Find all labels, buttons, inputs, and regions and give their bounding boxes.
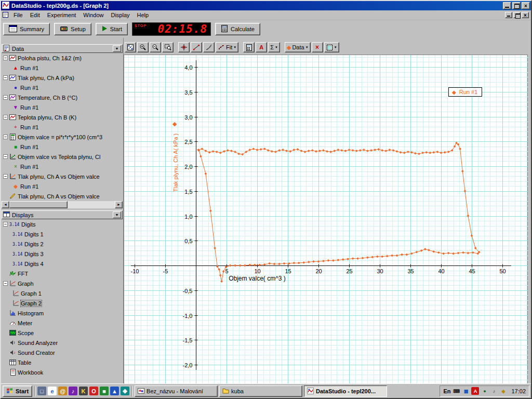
tray-volume-icon[interactable]: ♪ [490,387,498,395]
restore-button[interactable] [512,2,521,9]
display-type-item[interactable]: Table [1,357,123,367]
graph-plot-area[interactable]: -10-551015202530354045504,03,53,02,52,01… [124,55,528,383]
data-source-item[interactable]: −Tlak plynu, Ch A (kPa) [1,73,123,83]
data-source-item[interactable]: −Temperature, Ch B (°C) [1,92,123,102]
collapse-toggle[interactable]: − [3,174,8,179]
quick-launch-opera-icon[interactable]: O [89,387,98,395]
collapse-toggle[interactable]: − [3,135,8,139]
menu-edit[interactable]: Edit [26,11,44,19]
statistics-button[interactable]: Σ▼ [268,42,280,52]
tray-display-icon[interactable]: ▦ [462,387,470,395]
data-source-item[interactable]: −Tlak plynu, Ch A vs Objem valce [1,171,123,181]
quick-launch-media-player-icon[interactable]: ♪ [69,387,77,395]
menu-file[interactable]: File [10,11,26,19]
data-panel-dropdown[interactable]: ▼ [113,45,121,52]
graph-legend[interactable]: ◆ Run #1 [448,87,482,97]
slope-tool-button[interactable] [191,42,202,52]
display-instance-item[interactable]: 3.14Digits 2 [1,239,123,249]
taskbar-clock[interactable]: 17:02 [511,388,526,394]
collapse-toggle[interactable]: − [3,222,8,227]
text-tool-button[interactable]: A [256,42,267,52]
tray-updates-icon[interactable]: ◆ [499,387,507,395]
collapse-toggle[interactable]: − [3,75,8,80]
quick-launch-internet-explorer-icon[interactable]: e [48,387,57,395]
tray-antivirus-icon[interactable]: A [471,387,479,395]
menu-window[interactable]: Window [79,11,107,19]
quick-launch-desktop-icon[interactable]: □ [37,387,46,395]
mdi-minimize-button[interactable] [505,12,512,18]
display-instance-item[interactable]: Graph 2 [1,298,123,308]
display-instance-item[interactable]: 3.14Digits 4 [1,259,123,269]
collapse-toggle[interactable]: − [3,115,8,119]
chart[interactable]: -10-551015202530354045504,03,53,02,52,01… [124,55,528,383]
collapse-toggle[interactable]: − [3,95,8,100]
mdi-restore-button[interactable] [513,12,521,18]
tray-keyboard-icon[interactable]: ⌨ [453,387,460,395]
graph-settings-button[interactable]: ▼ [324,42,339,52]
display-instance-item[interactable]: Graph 1 [1,288,123,298]
data-panel-header[interactable]: Data ▼ [2,44,123,53]
display-instance-item[interactable]: 3.14Digits 1 [1,229,123,239]
start-menu-button[interactable]: Start [3,385,32,397]
smart-tool-button[interactable] [178,42,190,52]
zoom-select-button[interactable] [162,42,174,52]
menu-experiment[interactable]: Experiment [44,11,80,19]
close-button[interactable]: × [522,2,530,9]
display-type-item[interactable]: −Graph [1,278,123,288]
calculate-button[interactable]: Calculate [215,23,260,35]
menu-help[interactable]: Help [134,11,153,19]
hscroll-left-button[interactable]: ◄ [2,201,9,208]
display-type-item[interactable]: Workbook [1,367,123,377]
summary-button[interactable]: Summary [3,23,50,35]
collapse-toggle[interactable]: − [3,154,8,159]
quick-launch-mail-icon[interactable]: @ [58,387,67,395]
setup-button[interactable]: Setup [54,23,91,35]
quick-launch-app-green-icon[interactable]: ■ [100,387,109,395]
data-source-item[interactable]: −Objem valce = pi*r*r*y*100 (cm^3 [1,132,123,142]
display-type-item[interactable]: Histogram [1,308,123,318]
task-button[interactable]: kuba [219,385,302,397]
data-source-item[interactable]: Tlak plynu, Ch A vs Objem valce [1,191,123,201]
quick-launch-app-teal-icon[interactable]: ◆ [121,387,129,395]
keyboard-layout-indicator[interactable]: En [443,388,450,394]
graph-calculator-button[interactable] [243,42,255,52]
scale-to-fit-button[interactable] [125,42,136,52]
displays-panel-header[interactable]: Displays ▼ [2,210,123,219]
run-item[interactable]: +Run #1 [1,122,123,132]
remove-data-button[interactable]: × [312,42,323,52]
zoom-in-button[interactable] [137,42,149,52]
run-item[interactable]: ●Run #1 [1,83,123,92]
hscroll-track[interactable] [9,201,115,208]
data-menu-button[interactable]: ◆Data▼ [285,42,311,52]
zoom-out-button[interactable] [150,42,161,52]
quick-launch-app-blue-icon[interactable]: ▲ [110,387,119,395]
mdi-close-button[interactable]: × [522,12,529,18]
task-button[interactable]: DataStudio - tepl200... [304,385,387,397]
hscroll-thumb[interactable] [9,201,68,208]
run-item[interactable]: ▼Run #1 [1,102,123,112]
display-type-item[interactable]: Scope [1,328,123,338]
run-item[interactable]: ■Run #1 [1,142,123,152]
run-item[interactable]: ×Run #1 [1,162,123,171]
displays-panel-dropdown[interactable]: ▼ [113,211,121,218]
tangent-tool-button[interactable] [203,42,215,52]
display-type-item[interactable]: ♪Sound Creator [1,348,123,357]
minimize-button[interactable] [503,2,511,9]
display-instance-item[interactable]: 3.14Digits 3 [1,249,123,259]
y-axis-title[interactable]: Tlak plynu, Ch A( kPa ) [172,134,179,192]
display-type-item[interactable]: −3.14Digits [1,219,123,229]
task-button[interactable]: Bez_názvu - Malování [135,385,218,397]
fit-menu-button[interactable]: Fit▼ [216,42,238,52]
display-type-item[interactable]: Meter [1,318,123,328]
display-type-item[interactable]: FFT [1,269,123,278]
collapse-toggle[interactable]: − [3,281,8,286]
quick-launch-keys-icon[interactable]: K [79,387,88,395]
data-source-item[interactable]: −Teplota plynu, Ch B (K) [1,112,123,122]
run-item[interactable]: ◆Run #1 [1,181,123,191]
display-type-item[interactable]: Sound Analyzer [1,338,123,348]
start-button[interactable]: Start [96,23,128,35]
hscroll-right-button[interactable]: ► [115,201,123,208]
tray-scheduler-icon[interactable]: ● [481,387,488,395]
collapse-toggle[interactable]: − [3,56,8,60]
data-source-item[interactable]: −Objem valce vs Teplota plynu, Cl [1,152,123,162]
